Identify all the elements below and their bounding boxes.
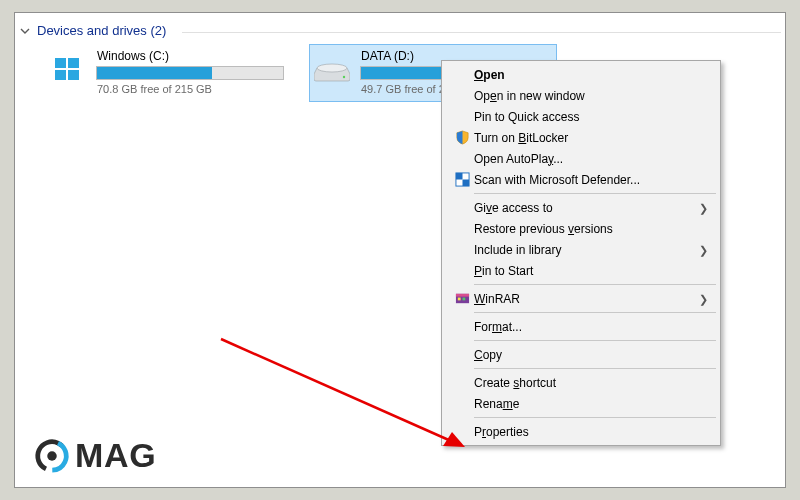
ctx-properties[interactable]: Properties — [444, 421, 718, 442]
svg-rect-7 — [455, 173, 462, 180]
svg-line-13 — [221, 339, 451, 441]
svg-rect-8 — [462, 180, 469, 187]
ctx-rename[interactable]: Rename — [444, 393, 718, 414]
hdd-icon — [314, 55, 350, 85]
svg-rect-2 — [55, 70, 66, 80]
ctx-give-access[interactable]: Give access to ❯ — [444, 197, 718, 218]
annotation-arrow-icon — [215, 333, 475, 463]
separator — [474, 417, 716, 418]
context-menu: Open Open in new window Pin to Quick acc… — [441, 60, 721, 446]
separator — [474, 340, 716, 341]
ctx-create-shortcut[interactable]: Create shortcut — [444, 372, 718, 393]
svg-rect-10 — [455, 294, 468, 297]
svg-rect-3 — [68, 70, 79, 80]
drive-free-text: 70.8 GB free of 215 GB — [96, 83, 284, 95]
winrar-icon — [450, 291, 474, 306]
drive-usage-fill — [97, 67, 212, 79]
submenu-arrow-icon: ❯ — [699, 292, 708, 305]
svg-rect-11 — [457, 298, 460, 301]
ctx-format[interactable]: Format... — [444, 316, 718, 337]
ctx-winrar[interactable]: WinRAR ❯ — [444, 288, 718, 309]
section-title: Devices and drives (2) — [37, 23, 166, 38]
defender-icon — [450, 172, 474, 187]
ctx-restore-versions[interactable]: Restore previous versions — [444, 218, 718, 239]
ctx-include-library[interactable]: Include in library ❯ — [444, 239, 718, 260]
ctx-open[interactable]: Open — [444, 64, 718, 85]
section-header-devices[interactable]: Devices and drives (2) — [15, 13, 785, 44]
drive-name: Windows (C:) — [96, 49, 284, 63]
submenu-arrow-icon: ❯ — [699, 243, 708, 256]
separator — [474, 312, 716, 313]
ctx-open-new-window[interactable]: Open in new window — [444, 85, 718, 106]
ctx-copy[interactable]: Copy — [444, 344, 718, 365]
svg-rect-12 — [462, 298, 465, 301]
svg-rect-1 — [68, 58, 79, 68]
ctx-bitlocker[interactable]: Turn on BitLocker — [444, 127, 718, 148]
drive-item[interactable]: Windows (C:) 70.8 GB free of 215 GB — [45, 44, 293, 102]
windows-drive-icon — [50, 55, 86, 85]
separator — [474, 368, 716, 369]
ctx-autoplay[interactable]: Open AutoPlay... — [444, 148, 718, 169]
ctx-pin-quick-access[interactable]: Pin to Quick access — [444, 106, 718, 127]
drive-usage-bar — [96, 66, 284, 80]
submenu-arrow-icon: ❯ — [699, 201, 708, 214]
shield-icon — [450, 130, 474, 145]
separator — [474, 284, 716, 285]
svg-rect-0 — [55, 58, 66, 68]
svg-point-5 — [343, 76, 345, 78]
brand-logo: MAG — [33, 436, 156, 475]
svg-point-17 — [47, 451, 57, 461]
logo-icon — [33, 437, 71, 475]
svg-point-4 — [317, 64, 347, 72]
drive-info: Windows (C:) 70.8 GB free of 215 GB — [96, 49, 284, 95]
chevron-down-icon — [19, 25, 31, 37]
ctx-pin-start[interactable]: Pin to Start — [444, 260, 718, 281]
separator — [474, 193, 716, 194]
ctx-defender-scan[interactable]: Scan with Microsoft Defender... — [444, 169, 718, 190]
logo-text: MAG — [75, 436, 156, 475]
explorer-pane: Devices and drives (2) Windows (C:) 70.8… — [14, 12, 786, 488]
